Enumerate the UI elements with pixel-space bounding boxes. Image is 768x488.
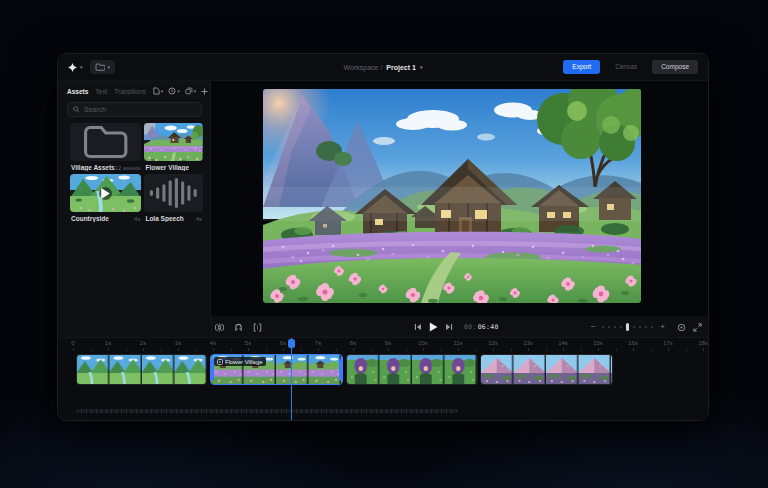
fullscreen-button[interactable] — [693, 323, 702, 332]
magnet-icon — [234, 323, 243, 332]
skip-forward-button[interactable] — [445, 323, 453, 331]
trim-button[interactable] — [253, 323, 262, 332]
app-logo-icon — [68, 63, 77, 72]
waveform-icon — [144, 174, 203, 212]
folder-icon — [70, 123, 141, 161]
ruler-tick-label: 11s — [453, 340, 462, 346]
clock-icon — [168, 87, 176, 95]
timeline-toolbar: 00: 06:40 − + — [58, 316, 708, 338]
timeline-section: 00: 06:40 − + — [58, 316, 708, 420]
flower-village-thumbnail — [144, 123, 203, 161]
ruler-tick-label: 3s — [175, 340, 181, 346]
asset-meta: 12 assets — [115, 165, 141, 171]
preview-area — [211, 81, 708, 316]
plus-icon — [201, 88, 208, 95]
timeline-clip-flower-village[interactable]: Flower Village — [210, 354, 343, 385]
ruler-tick-label: 2s — [140, 340, 146, 346]
add-asset-button[interactable] — [201, 88, 208, 95]
ruler-tick-label: 14s — [558, 340, 568, 346]
project-folder-button[interactable]: ▾ — [90, 60, 116, 74]
clip-trim-handle-left[interactable] — [211, 359, 214, 381]
chevron-down-icon: ▾ — [420, 65, 423, 70]
asset-grid: Village Assets 12 assets — [58, 117, 210, 222]
asset-card-lola-speech[interactable]: Lola Speech 4s — [144, 174, 203, 222]
stack-menu-button[interactable]: ▾ — [185, 87, 197, 95]
asset-meta: 4s — [134, 216, 140, 222]
asset-name: Lola Speech — [145, 215, 183, 222]
video-thumb — [70, 174, 141, 212]
audio-thumb — [144, 174, 203, 212]
asset-card-countryside[interactable]: Countryside 4s — [70, 174, 141, 222]
app-logo-button[interactable]: ▾ — [68, 63, 83, 72]
ruler-tick-label: 10s — [418, 340, 428, 346]
fullscreen-icon — [693, 323, 702, 332]
split-clip-button[interactable] — [215, 323, 224, 332]
ruler-tick-label: 1s — [105, 340, 111, 346]
chevron-down-icon: ▾ — [194, 89, 197, 94]
ruler-tick-label: 9s — [385, 340, 391, 346]
chevron-down-icon: ▾ — [108, 65, 111, 70]
ruler-tick-label: 17s — [663, 340, 673, 346]
assets-tabs: Assets Text Transitions ▾ ▾ ▾ — [58, 81, 210, 99]
workspace-label: Workspace / — [344, 64, 383, 71]
asset-meta: 4s — [196, 216, 202, 222]
fit-view-button[interactable] — [677, 323, 686, 332]
ruler-tick-label: 15s — [593, 340, 603, 346]
split-icon — [215, 323, 224, 332]
skip-back-button[interactable] — [414, 323, 422, 331]
snap-toggle-button[interactable] — [234, 323, 243, 332]
timeline-clip-character[interactable] — [346, 354, 478, 385]
clip-label: Flower Village — [225, 359, 263, 365]
folder-thumb — [70, 123, 141, 161]
play-button[interactable] — [429, 322, 438, 332]
timeline-tracks: Flower Village — [58, 351, 708, 420]
tab-text[interactable]: Text — [95, 88, 107, 95]
audio-track-strip[interactable] — [76, 409, 458, 413]
compose-mode-button[interactable]: Compose — [652, 60, 698, 75]
ruler-tick-label: 4s — [210, 340, 216, 346]
tab-transitions[interactable]: Transitions — [114, 88, 146, 95]
zoom-in-button[interactable]: + — [660, 323, 665, 331]
fit-view-icon — [677, 323, 686, 332]
search-input[interactable] — [84, 106, 196, 113]
search-box — [67, 102, 202, 117]
chevron-down-icon: ▾ — [80, 65, 83, 70]
divider — [211, 316, 212, 338]
header-bar: ▾ ▾ Workspace / Project 1 ▾ Export Canva… — [58, 54, 708, 81]
ruler-tick-label: 7s — [315, 340, 321, 346]
ruler-tick-label: 5s — [245, 340, 251, 346]
timeline-clip-pink-mountains[interactable] — [480, 354, 613, 385]
tab-assets[interactable]: Assets — [67, 88, 88, 95]
timeline-clip-countryside[interactable] — [76, 354, 207, 385]
record-menu-button[interactable]: ▾ — [168, 87, 180, 95]
ruler-tick-label: 18s — [698, 340, 708, 346]
playhead-handle[interactable] — [288, 339, 295, 348]
image-thumb — [144, 123, 203, 161]
preview-canvas[interactable] — [263, 89, 641, 303]
export-button[interactable]: Export — [563, 60, 600, 75]
add-file-button[interactable]: ▾ — [153, 87, 164, 95]
timeline-zoom-slider[interactable] — [602, 323, 653, 331]
desktop-background: ▾ ▾ Workspace / Project 1 ▾ Export Canva… — [0, 0, 768, 488]
asset-card-flower-village[interactable]: Flower Village — [144, 123, 203, 171]
timecode-value: 06:40 — [478, 323, 499, 331]
zoom-out-button[interactable]: − — [591, 323, 596, 331]
assets-panel: Assets Text Transitions ▾ ▾ ▾ — [58, 81, 211, 316]
clip-label-chip: Flower Village — [214, 357, 266, 366]
skip-back-icon — [414, 323, 422, 331]
skip-forward-icon — [445, 323, 453, 331]
asset-name: Countryside — [71, 215, 109, 222]
layers-icon — [185, 87, 193, 95]
clip-trim-handle-right[interactable] — [339, 359, 342, 381]
ruler-tick-label: 16s — [628, 340, 638, 346]
project-name[interactable]: Project 1 — [386, 64, 416, 71]
app-window: ▾ ▾ Workspace / Project 1 ▾ Export Canva… — [57, 53, 709, 421]
play-icon — [429, 322, 438, 332]
folder-icon — [95, 63, 105, 71]
asset-card-village-assets[interactable]: Village Assets 12 assets — [70, 123, 141, 171]
zoom-slider-handle[interactable] — [626, 323, 629, 331]
play-overlay — [70, 174, 141, 212]
timeline-ruler[interactable]: 01s2s3s4s5s6s7s8s9s10s11s12s13s14s15s16s… — [58, 338, 708, 351]
asset-name: Village Assets — [71, 164, 115, 171]
canvas-mode-button[interactable]: Canvas — [606, 60, 646, 75]
